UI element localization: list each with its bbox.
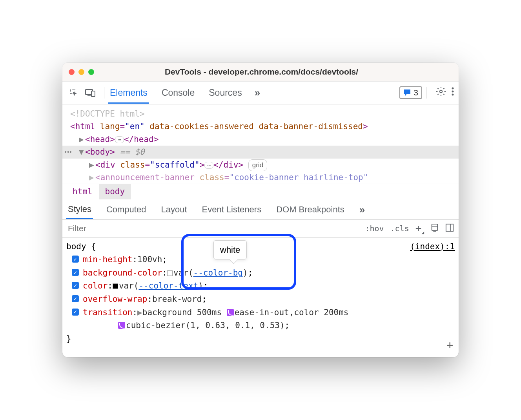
- css-property[interactable]: overflow-wrap: [83, 293, 147, 306]
- more-tabs-icon[interactable]: »: [359, 204, 365, 216]
- css-property[interactable]: background-color: [83, 267, 162, 280]
- styles-toolbar: :hov .cls +◢: [360, 222, 459, 235]
- css-value[interactable]: var(--color-bg): [167, 267, 248, 280]
- tab-event-listeners[interactable]: Event Listeners: [200, 201, 263, 219]
- device-toolbar-icon[interactable]: [84, 86, 97, 99]
- divider: [104, 87, 104, 99]
- settings-icon[interactable]: [436, 86, 446, 99]
- svg-rect-3: [91, 91, 95, 97]
- svg-rect-8: [432, 224, 438, 230]
- css-property[interactable]: min-height: [83, 253, 132, 267]
- tab-console[interactable]: Console: [160, 82, 196, 104]
- dom-body-tag-selected[interactable]: ▼<body> == $0: [62, 146, 459, 159]
- new-style-rule-icon[interactable]: +◢: [415, 222, 424, 235]
- cls-toggle[interactable]: .cls: [390, 224, 409, 233]
- issues-badge[interactable]: 3: [399, 86, 422, 99]
- styles-filter-row: :hov .cls +◢: [62, 220, 459, 238]
- collapse-icon[interactable]: ▼: [79, 146, 84, 159]
- breadcrumb-html[interactable]: html: [66, 184, 99, 199]
- css-value[interactable]: break-word: [152, 293, 202, 306]
- tab-styles[interactable]: Styles: [66, 200, 93, 219]
- css-declaration[interactable]: min-height: 100vh;: [72, 253, 455, 267]
- svg-rect-9: [446, 224, 453, 231]
- dom-html-tag[interactable]: <html lang="en" data-cookies-answered da…: [62, 120, 459, 133]
- dom-announcement-banner[interactable]: ▶<announcement-banner class="cookie-bann…: [62, 171, 459, 183]
- devtools-window: DevTools - developer.chrome.com/docs/dev…: [62, 63, 459, 358]
- css-value[interactable]: cubic-bezier(1, 0.63, 0.1, 0.53): [118, 321, 285, 330]
- toggle-checkbox[interactable]: [72, 295, 79, 302]
- grid-badge[interactable]: grid: [248, 159, 267, 171]
- hover-toggle[interactable]: :hov: [365, 224, 384, 233]
- tab-sources[interactable]: Sources: [207, 82, 243, 104]
- copy-styles-icon[interactable]: [430, 223, 439, 234]
- easing-editor-icon[interactable]: [227, 309, 234, 316]
- toggle-checkbox[interactable]: [72, 256, 79, 263]
- css-declaration[interactable]: color: var(--color-text);: [72, 279, 455, 293]
- rule-close-brace: }: [66, 332, 455, 346]
- issues-count: 3: [414, 88, 418, 97]
- color-swatch-icon[interactable]: [113, 283, 118, 289]
- css-declaration[interactable]: background-color: var(--color-bg);: [72, 267, 455, 280]
- css-value[interactable]: ▶ background 500ms ease-in-out,color 200…: [137, 306, 348, 320]
- collapsed-content-icon[interactable]: ⋯: [115, 136, 124, 143]
- styles-filter-input[interactable]: [62, 224, 360, 233]
- svg-point-5: [452, 88, 454, 89]
- toggle-checkbox[interactable]: [72, 309, 79, 316]
- window-title: DevTools - developer.chrome.com/docs/dev…: [71, 67, 452, 77]
- styles-rule-block: body { (index):1 min-height: 100vh; back…: [62, 238, 459, 358]
- css-declaration[interactable]: transition: ▶ background 500ms ease-in-o…: [72, 306, 455, 332]
- collapsed-content-icon[interactable]: ⋯: [204, 162, 213, 169]
- toggle-checkbox[interactable]: [72, 282, 79, 289]
- message-icon: [403, 89, 411, 96]
- expand-icon[interactable]: ▶: [79, 133, 84, 146]
- css-property[interactable]: transition: [83, 306, 132, 320]
- tooltip-text: white: [220, 245, 240, 255]
- tab-dom-breakpoints[interactable]: DOM Breakpoints: [275, 201, 346, 219]
- computed-sidebar-icon[interactable]: [445, 223, 454, 234]
- add-declaration-icon[interactable]: +: [446, 337, 453, 354]
- color-tooltip: white: [213, 240, 247, 259]
- css-value[interactable]: var(--color-text): [113, 279, 203, 293]
- css-value[interactable]: 100vh: [137, 253, 162, 267]
- css-variable-link[interactable]: --color-bg: [193, 268, 243, 278]
- expand-icon[interactable]: ▶: [89, 171, 95, 183]
- inspect-element-icon[interactable]: [67, 86, 80, 99]
- dom-breadcrumb: html body: [62, 183, 459, 200]
- more-tabs-icon[interactable]: »: [255, 87, 260, 99]
- dom-div-scaffold[interactable]: ▶<div class="scaffold">⋯</div> grid: [62, 159, 459, 172]
- tab-layout[interactable]: Layout: [159, 201, 188, 219]
- easing-editor-icon[interactable]: [118, 322, 125, 329]
- divider: [426, 87, 426, 99]
- tab-computed[interactable]: Computed: [105, 201, 148, 219]
- color-swatch-icon[interactable]: [167, 270, 173, 276]
- svg-point-4: [440, 90, 443, 93]
- css-variable-link[interactable]: --color-text: [138, 281, 198, 290]
- dom-doctype[interactable]: <!DOCTYPE html>: [62, 108, 459, 121]
- more-options-icon[interactable]: [452, 87, 454, 99]
- dom-head-tag[interactable]: ▶<head>⋯</head>: [62, 133, 459, 146]
- titlebar: DevTools - developer.chrome.com/docs/dev…: [62, 63, 459, 82]
- source-link[interactable]: (index):1: [410, 240, 455, 254]
- expand-icon[interactable]: ▶: [89, 159, 95, 172]
- svg-point-6: [452, 91, 454, 93]
- main-toolbar: Elements Console Sources » 3: [62, 82, 459, 104]
- css-selector[interactable]: body {: [66, 240, 96, 254]
- svg-point-7: [452, 94, 454, 96]
- tab-elements[interactable]: Elements: [108, 82, 149, 104]
- panel-tabs: Elements Console Sources »: [108, 82, 399, 104]
- styles-panel-tabs: Styles Computed Layout Event Listeners D…: [62, 200, 459, 220]
- breadcrumb-body[interactable]: body: [99, 184, 131, 199]
- selected-marker: == $0: [120, 147, 145, 157]
- css-property[interactable]: color: [83, 279, 107, 293]
- dom-tree[interactable]: <!DOCTYPE html> <html lang="en" data-coo…: [62, 104, 459, 183]
- expand-icon[interactable]: ▶: [137, 306, 142, 320]
- css-declaration[interactable]: overflow-wrap: break-word;: [72, 293, 455, 306]
- toggle-checkbox[interactable]: [72, 269, 79, 276]
